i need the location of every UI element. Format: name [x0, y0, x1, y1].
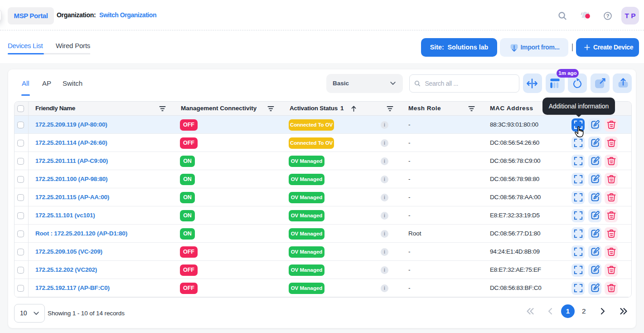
- svg-text:?: ?: [606, 13, 609, 19]
